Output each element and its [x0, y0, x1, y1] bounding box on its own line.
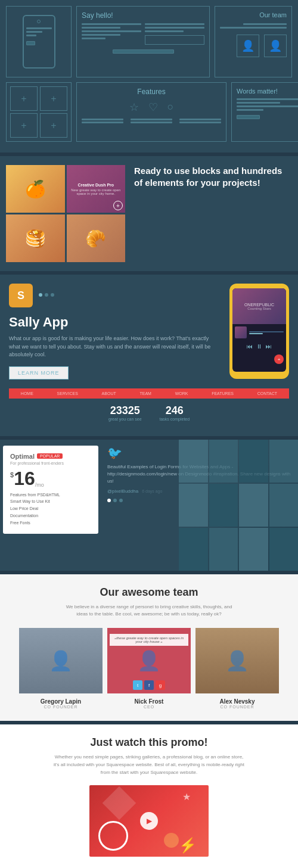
wireframe-features: Features ☆ ♡ ○ [76, 82, 226, 142]
words-title: Words matter! [237, 88, 298, 95]
people-cell-3 [239, 440, 268, 483]
plus-cell-4: + [40, 113, 67, 138]
phone-screen: ONEREPUBLIC Counting Stars ⏮ ⏸ ⏭ [232, 288, 286, 372]
price-period: /mo [35, 482, 44, 488]
plus-cell-3: + [10, 113, 38, 138]
clock-decoration [98, 821, 128, 851]
stat-2: 246 tasks completed [160, 405, 190, 421]
prev-icon: ⏮ [247, 343, 253, 350]
nav-about[interactable]: ABOUT [102, 391, 116, 396]
plus-icon-2: + [51, 94, 56, 104]
wireframe-hello: Say hello! [76, 6, 210, 77]
promo-plus-btn[interactable]: + [113, 201, 123, 210]
sally-content: S Sally App What our app is good for is … [9, 284, 221, 379]
member-role-2: CEO [107, 705, 191, 709]
avatar-placeholders: 👤 👤 [220, 35, 287, 57]
nav-home[interactable]: HOME [21, 391, 33, 396]
sally-phone-mockup: ONEREPUBLIC Counting Stars ⏮ ⏸ ⏭ [229, 284, 289, 379]
people-background [179, 440, 298, 571]
team-member-2: 👤 «these greate way to create open space… [107, 628, 191, 709]
dot-3 [51, 293, 54, 297]
avatar-1: 👤 [237, 35, 259, 57]
social-dot-1 [107, 499, 111, 502]
sally-section: S Sally App What our app is good for is … [0, 275, 298, 436]
dot-1 [39, 293, 42, 297]
sally-dots [39, 293, 54, 297]
star-decoration: ★ [182, 791, 191, 802]
dessert-image: Creative Dush Pro New greate way to crea… [67, 165, 126, 213]
team-member-1: 👤 Gregory Lapin CO FOUNDER [19, 628, 103, 709]
speech-icon: ○ [167, 101, 174, 114]
nav-contact[interactable]: CONTACT [257, 391, 277, 396]
sally-top: S Sally App What our app is good for is … [9, 284, 289, 379]
play-button[interactable]: ▶ [140, 812, 158, 830]
hello-col-right [145, 23, 204, 45]
member-photo-2: 👤 «these greate way to create open space… [107, 628, 191, 693]
pricing-subtitle: For professional front-enders [10, 461, 91, 465]
stat-2-label: tasks completed [160, 417, 190, 421]
next-icon: ⏭ [266, 343, 272, 350]
food2-image: 🥞 [6, 214, 65, 262]
people-cell-12 [269, 528, 299, 571]
music-cover: ONEREPUBLIC Counting Stars [232, 288, 286, 324]
learn-more-button[interactable]: LEARN MORE [9, 366, 69, 379]
pricing-card: Optimal POPULAR For professional front-e… [3, 446, 98, 534]
member-name-1: Gregory Lapin [19, 698, 103, 705]
features-icons: ☆ ♡ ○ [82, 101, 221, 114]
price-number: 16 [14, 469, 35, 488]
people-cell-11 [239, 528, 268, 571]
overlay-desc: New greate way to create open space in y… [70, 188, 122, 195]
team-wf-title: Our team [220, 11, 287, 18]
plus-cell-1: + [10, 86, 38, 111]
member-role-3: CO FOUNDER [195, 705, 279, 709]
food3-image: 🥐 [67, 214, 126, 262]
member-role-1: CO FOUNDER [19, 705, 103, 709]
nav-work[interactable]: WORK [175, 391, 188, 396]
nav-services[interactable]: SERVICES [57, 391, 78, 396]
nav-features[interactable]: FEATURES [212, 391, 234, 396]
play-icon: ▶ [147, 817, 152, 825]
facebook-social-icon[interactable]: f [144, 680, 154, 690]
team-section: Our awesome team We believe in a diverse… [0, 574, 298, 721]
social-handle: @pixelBuddha [107, 489, 138, 494]
pricing-label: Optimal [10, 453, 35, 460]
social-time: 6 days ago [142, 489, 162, 493]
people-cell-7 [239, 484, 268, 527]
dot-2 [45, 293, 48, 297]
video-thumbnail[interactable]: ⚡ ★ ▶ [89, 785, 209, 857]
member-name-3: Alex Nevsky [195, 698, 279, 705]
promo-text-block: Ready to use blocks and hundreds of elem… [134, 165, 292, 188]
people-cell-6 [209, 484, 238, 527]
member-photo-1: 👤 [19, 628, 103, 693]
people-cell-5 [179, 484, 208, 527]
video-title: Just watch this promo! [9, 736, 289, 749]
stat-1: 23325 great you can see [108, 405, 142, 421]
people-cell-9 [179, 528, 208, 571]
team-member-3: 👤 Alex Nevsky CO FOUNDER [195, 628, 279, 709]
sally-title: Sally App [9, 315, 221, 330]
heart-icon: ♡ [148, 101, 158, 114]
hello-col-left [82, 23, 141, 45]
twitter-social-icon[interactable]: t [133, 680, 142, 690]
pricing-features: Features from PSD&HTML Smart Way to Use … [10, 491, 91, 527]
people-cell-4 [269, 440, 299, 483]
wireframe-phone [6, 6, 72, 77]
stat-2-number: 246 [160, 405, 190, 417]
wireframe-row-1: Say hello! Our team [6, 6, 292, 77]
lapin-photo: 👤 [19, 628, 103, 693]
plus-icon-1: + [21, 94, 26, 104]
person-icon-1: 👤 [241, 39, 254, 52]
promo-section: 🍊 Creative Dush Pro New greate way to cr… [0, 156, 298, 271]
play-icon: ⏸ [256, 343, 262, 350]
wireframe-team: Our team 👤 👤 [215, 6, 292, 77]
nav-team[interactable]: TEAM [139, 391, 151, 396]
music-controls: ⏮ ⏸ ⏭ [232, 341, 286, 352]
social-dot-2 [113, 499, 117, 502]
features-title: Features [82, 88, 221, 96]
gplus-social-icon[interactable]: g [156, 680, 165, 690]
promo-image-grid: 🍊 Creative Dush Pro New greate way to cr… [6, 165, 125, 262]
plus-cell-2: + [40, 86, 67, 111]
pricing-badge: POPULAR [37, 453, 63, 459]
hello-two-col [82, 23, 204, 45]
wireframe-section: Say hello! Our team [0, 0, 298, 153]
